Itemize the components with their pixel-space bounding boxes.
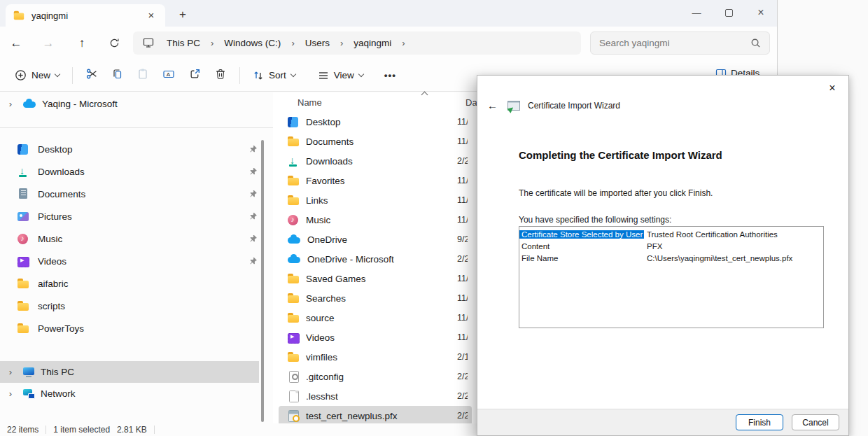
cancel-button[interactable]: Cancel (792, 414, 839, 430)
sidebar-item-documents[interactable]: Documents (0, 183, 273, 205)
sidebar-item-music[interactable]: Music (0, 227, 273, 250)
breadcrumb-item[interactable]: Windows (C:) (218, 36, 286, 50)
sidebar-item-onedrive-root[interactable]: ›Yaqing - Microsoft (0, 94, 273, 113)
new-tab-button[interactable]: + (174, 6, 192, 24)
sidebar-item-scripts[interactable]: scripts (0, 295, 273, 317)
sidebar-item-downloads[interactable]: Downloads (0, 160, 273, 183)
file-row[interactable]: .lesshst2/2 (279, 386, 472, 406)
folder-icon (17, 323, 29, 335)
minimize-button[interactable]: — (680, 0, 713, 25)
folder-icon (17, 300, 29, 312)
cloud-icon (287, 253, 301, 265)
file-row[interactable]: Favorites11/ (279, 171, 472, 190)
refresh-button[interactable] (104, 33, 125, 54)
setting-value: C:\Users\yaqingmi\test_cert_newplus.pfx (644, 254, 792, 262)
file-row[interactable]: Links11/ (279, 190, 472, 210)
tab-close-icon[interactable]: × (144, 8, 158, 22)
pin-icon (249, 234, 258, 243)
share-button[interactable] (189, 68, 201, 83)
delete-button[interactable] (215, 68, 226, 83)
dialog-close-icon[interactable]: × (823, 80, 841, 97)
sidebar-item-pictures[interactable]: Pictures (0, 205, 273, 227)
breadcrumb[interactable]: This PC›Windows (C:)›Users›yaqingmi› (133, 31, 581, 55)
search-icon (750, 38, 761, 48)
name-column-header[interactable]: Name (279, 97, 447, 108)
refresh-icon (109, 38, 120, 48)
sidebar-scrollbar[interactable] (261, 140, 264, 422)
new-button[interactable]: New (8, 65, 66, 85)
file-row[interactable]: Desktop11/ (279, 112, 472, 132)
maximize-button[interactable] (713, 0, 745, 25)
file-date: 11/ (457, 195, 468, 205)
toolbar-divider (72, 67, 73, 84)
breadcrumb-item[interactable]: This PC (161, 36, 206, 50)
sidebar-item-label: Desktop (38, 144, 73, 155)
file-row[interactable]: source11/ (279, 308, 472, 328)
back-button[interactable]: ← (6, 33, 27, 54)
file-row[interactable]: Documents11/ (279, 132, 472, 151)
rename-button[interactable]: A (162, 69, 175, 83)
breadcrumb-item[interactable]: Users (300, 36, 335, 50)
date-column-header[interactable]: Da (465, 97, 477, 108)
settings-table[interactable]: Certificate Store Selected by UserTruste… (519, 226, 824, 328)
toolbar-divider (239, 67, 240, 84)
svg-text:A: A (167, 71, 171, 77)
dialog-back-button[interactable]: ← (487, 99, 501, 111)
file-row[interactable]: Downloads2/2 (279, 151, 472, 171)
folder-icon (17, 278, 29, 290)
sidebar-item-label: Downloads (38, 167, 85, 177)
search-input[interactable] (599, 38, 750, 48)
close-window-button[interactable]: × (745, 0, 777, 25)
file-row[interactable]: OneDrive - Microsoft2/2 (279, 249, 472, 269)
file-row[interactable]: OneDrive9/2 (279, 230, 472, 249)
setting-key: Content (519, 242, 644, 251)
sort-button[interactable]: Sort (246, 66, 302, 85)
view-label: View (334, 70, 354, 80)
search-box[interactable] (590, 31, 770, 55)
navigation-sidebar: ›Yaqing - MicrosoftDesktopDownloadsDocum… (0, 92, 273, 423)
copy-button[interactable] (112, 68, 123, 83)
file-date: 11/ (457, 215, 468, 225)
file-date: 11/ (457, 293, 468, 303)
cut-button[interactable] (86, 68, 98, 83)
settings-row[interactable]: Certificate Store Selected by UserTruste… (519, 228, 823, 240)
paste-button[interactable] (137, 68, 148, 83)
file-row[interactable]: test_cert_newplus.pfx2/2 (279, 406, 472, 426)
settings-row[interactable]: ContentPFX (519, 240, 823, 252)
sidebar-item-network[interactable]: ›Network (0, 383, 273, 405)
file-name: source (306, 313, 335, 323)
settings-row[interactable]: File NameC:\Users\yaqingmi\test_cert_new… (519, 252, 823, 264)
sidebar-item-this-pc[interactable]: ›This PC (0, 361, 259, 383)
finish-button[interactable]: Finish (736, 414, 783, 430)
file-row[interactable]: Searches11/ (279, 288, 472, 308)
file-row[interactable]: Saved Games11/ (279, 269, 472, 288)
pin-icon (249, 190, 258, 198)
sidebar-divider (0, 127, 273, 128)
music-icon (287, 214, 300, 226)
file-name: test_cert_newplus.pfx (306, 411, 398, 421)
sidebar-item-desktop[interactable]: Desktop (0, 138, 273, 160)
explorer-tab[interactable]: yaqingmi × (6, 4, 165, 27)
file-row[interactable]: .gitconfig2/2 (279, 367, 472, 386)
cert-icon (287, 410, 300, 422)
items-count: 22 items (7, 425, 38, 435)
maximize-icon (725, 9, 733, 17)
file-row[interactable]: Videos11/ (279, 328, 472, 347)
up-button[interactable]: ↑ (71, 33, 92, 54)
file-row[interactable]: vimfiles2/1 (279, 347, 472, 367)
forward-button[interactable]: → (38, 33, 59, 54)
sidebar-item-videos[interactable]: Videos (0, 250, 273, 272)
tab-title: yaqingmi (31, 10, 68, 21)
file-name: Favorites (306, 176, 345, 186)
sidebar-item-powertoys[interactable]: PowerToys (0, 317, 273, 339)
new-label: New (31, 70, 50, 80)
file-date: 2/2 (457, 411, 468, 421)
video-icon (287, 332, 300, 344)
more-options-button[interactable]: ••• (378, 66, 402, 85)
file-row[interactable]: Music11/ (279, 210, 472, 230)
pin-icon (249, 167, 258, 176)
video-icon (17, 255, 29, 267)
breadcrumb-item[interactable]: yaqingmi (348, 36, 397, 50)
view-button[interactable]: View (312, 66, 370, 85)
sidebar-item-aifabric[interactable]: aifabric (0, 272, 273, 295)
